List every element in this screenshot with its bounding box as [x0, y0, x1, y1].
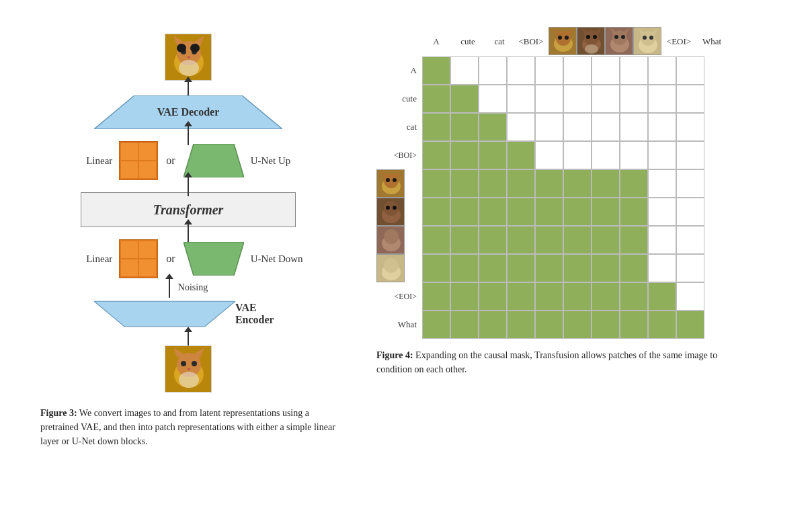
matrix-cell: [563, 226, 592, 254]
header-token-cat: cat: [485, 35, 514, 47]
matrix-cell: [535, 169, 563, 198]
matrix-cell: [676, 254, 704, 282]
vae-encoder-label: VAE Encoder: [235, 302, 282, 326]
attention-matrix-wrapper: A cute cat <BOI>: [376, 56, 785, 339]
matrix-cell: [507, 254, 535, 282]
svg-point-42: [614, 35, 618, 39]
arrow-to-transformer: [188, 180, 189, 192]
or-text-bottom: or: [166, 253, 175, 265]
matrix-cell: [507, 141, 535, 169]
matrix-cell: [450, 282, 479, 311]
matrix-cell: [450, 226, 479, 254]
header-token-what: What: [696, 35, 727, 47]
matrix-cell: [592, 141, 620, 169]
matrix-cell: [676, 282, 704, 311]
matrix-cell: [507, 282, 535, 311]
matrix-cell: [648, 85, 676, 113]
grid-cell: [121, 259, 138, 276]
matrix-cell: [535, 198, 563, 226]
matrix-cell: [422, 85, 450, 113]
matrix-cell: [676, 311, 704, 339]
svg-point-62: [393, 206, 397, 210]
svg-point-68: [384, 258, 399, 273]
matrix-cell: [479, 282, 507, 311]
right-caption: Figure 4: Expanding on the causal mask, …: [376, 348, 726, 376]
matrix-cell: [563, 282, 592, 311]
matrix-cell: [450, 311, 479, 339]
matrix-cell: [563, 254, 592, 282]
svg-marker-12: [94, 301, 235, 326]
left-caption: Figure 3: We convert images to and from …: [40, 406, 336, 448]
matrix-cell: [535, 254, 563, 282]
noising-arrow: Noising: [169, 278, 208, 297]
matrix-cell: [450, 113, 479, 141]
matrix-cell: [422, 226, 450, 254]
matrix-cell: [479, 254, 507, 282]
unet-up-label: U-Net Up: [251, 155, 311, 167]
matrix-cell: [648, 254, 676, 282]
row-label-cat: cat: [376, 113, 419, 141]
svg-point-56: [386, 178, 390, 182]
matrix-cell: [507, 113, 535, 141]
matrix-cell: [450, 169, 479, 198]
grid-cell: [139, 259, 156, 276]
linear-label-bottom: Linear: [65, 253, 112, 265]
svg-point-5: [181, 49, 186, 54]
svg-point-20: [188, 368, 190, 370]
matrix-cell: [592, 226, 620, 254]
matrix-cell: [676, 226, 704, 254]
unet-down-shape: [184, 242, 244, 276]
matrix-cell: [676, 56, 704, 85]
svg-point-49: [643, 36, 647, 40]
matrix-cell: [592, 198, 620, 226]
matrix-cell: [592, 56, 620, 85]
linear-or-unet-down-row: Linear or U-Net Down: [27, 239, 350, 278]
svg-point-18: [181, 361, 186, 366]
svg-point-6: [192, 49, 197, 54]
matrix-cell: [450, 56, 479, 85]
arrow-to-vae-decoder: [188, 81, 189, 95]
matrix-cell: [620, 113, 648, 141]
header-img-3: [605, 27, 633, 55]
svg-point-27: [558, 36, 562, 40]
linear-label-top: Linear: [65, 155, 112, 167]
matrix-cell: [450, 141, 479, 169]
matrix-cell: [676, 113, 704, 141]
matrix-cell: [592, 169, 620, 198]
left-panel: VAE Decoder Linear or: [27, 20, 350, 511]
matrix-cell: [450, 198, 479, 226]
matrix-cell: [676, 169, 704, 198]
grid-cell: [139, 161, 156, 178]
attention-diagram: A cute cat <BOI>: [376, 27, 785, 339]
input-cat-image: [165, 345, 212, 393]
matrix-cell: [422, 113, 450, 141]
svg-point-65: [384, 229, 399, 244]
matrix-cell: [507, 85, 535, 113]
caption-text-right: Expanding on the causal mask, Transfusio…: [376, 350, 717, 374]
svg-point-36: [585, 44, 598, 54]
matrix-cell: [479, 56, 507, 85]
matrix-cell: [592, 85, 620, 113]
matrix-cell: [422, 169, 450, 198]
matrix-cell: [620, 311, 648, 339]
header-img-2: [577, 27, 605, 55]
header-img-1: [549, 27, 577, 55]
arrow-to-input: [188, 331, 189, 345]
row-label-what: What: [376, 311, 419, 339]
matrix-cell: [535, 226, 563, 254]
matrix-cell: [507, 226, 535, 254]
matrix-cell: [592, 311, 620, 339]
matrix-cell: [422, 254, 450, 282]
matrix-cell: [620, 198, 648, 226]
matrix-cell: [563, 85, 592, 113]
matrix-cell: [592, 254, 620, 282]
row-label-boi: <BOI>: [376, 141, 419, 169]
svg-point-21: [179, 372, 199, 388]
matrix-cell: [422, 282, 450, 311]
header-token-boi: <BOI>: [514, 35, 549, 47]
matrix-cell: [535, 113, 563, 141]
row-label-eoi: <EOI>: [376, 282, 419, 311]
matrix-cell: [620, 254, 648, 282]
architecture-diagram: VAE Decoder Linear or: [27, 34, 350, 393]
arrow-from-transformer: [188, 227, 189, 239]
